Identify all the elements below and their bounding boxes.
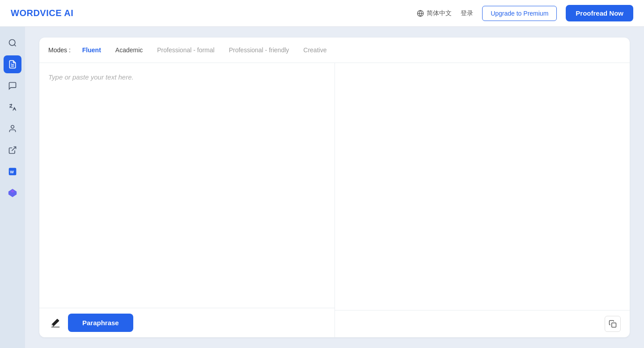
eraser-button[interactable]	[48, 316, 63, 330]
copy-button[interactable]	[605, 316, 621, 332]
login-link[interactable]: 登录	[461, 9, 473, 17]
copy-icon	[609, 320, 617, 328]
svg-rect-13	[612, 323, 616, 327]
output-area	[335, 63, 630, 310]
word-icon: W	[8, 167, 17, 176]
mode-tab-professional-formal[interactable]: Professional - formal	[151, 44, 220, 56]
eraser-icon	[51, 318, 60, 328]
logo-text: WORDVICE AI	[11, 8, 73, 18]
upgrade-button[interactable]: Upgrade to Premium	[482, 6, 557, 21]
sidebar-item-document[interactable]	[4, 55, 21, 73]
sidebar-item-chat[interactable]	[4, 77, 21, 95]
svg-point-6	[11, 126, 14, 129]
svg-text:W: W	[10, 170, 14, 174]
mode-tab-creative[interactable]: Creative	[297, 44, 333, 56]
svg-line-3	[14, 45, 16, 46]
bottom-toolbar-right	[335, 310, 630, 337]
svg-line-7	[12, 147, 16, 151]
document-icon	[8, 60, 17, 69]
editor-card: Modes : Fluent Academic Professional - f…	[39, 38, 630, 337]
modes-bar: Modes : Fluent Academic Professional - f…	[39, 38, 630, 63]
modes-label: Modes :	[48, 46, 71, 54]
language-label: 简体中文	[427, 9, 452, 17]
main-content: Modes : Fluent Academic Professional - f…	[25, 27, 644, 348]
sidebar-item-search[interactable]	[4, 34, 21, 52]
sidebar: W	[0, 27, 25, 348]
header-right: 简体中文 登录 Upgrade to Premium Proofread Now	[417, 5, 633, 21]
bottom-toolbar-left: Paraphrase	[39, 308, 335, 337]
editor-area: Paraphrase	[39, 63, 630, 337]
mode-tab-fluent[interactable]: Fluent	[76, 44, 107, 56]
translate-icon	[8, 103, 17, 112]
proofread-button[interactable]: Proofread Now	[566, 5, 633, 21]
diamond-icon	[8, 189, 17, 197]
globe-icon	[417, 10, 424, 17]
logo: WORDVICE AI	[11, 8, 73, 18]
sidebar-item-export[interactable]	[4, 141, 21, 159]
sidebar-item-profile[interactable]	[4, 120, 21, 138]
mode-tab-professional-friendly[interactable]: Professional - friendly	[223, 44, 296, 56]
export-icon	[8, 146, 17, 155]
app-layout: W Modes : Fluent Academic Professional -…	[0, 27, 644, 348]
profile-icon	[8, 124, 17, 133]
editor-right	[335, 63, 630, 337]
header: WORDVICE AI 简体中文 登录 Upgrade to Premium P…	[0, 0, 644, 27]
paraphrase-button[interactable]: Paraphrase	[68, 314, 133, 332]
sidebar-item-translate[interactable]	[4, 98, 21, 116]
svg-point-2	[9, 40, 15, 46]
sidebar-item-word[interactable]: W	[4, 163, 21, 180]
chat-icon	[8, 81, 17, 90]
text-input[interactable]	[39, 63, 335, 308]
search-icon	[8, 38, 17, 47]
sidebar-item-premium[interactable]	[4, 184, 21, 202]
mode-tab-academic[interactable]: Academic	[109, 44, 149, 56]
editor-left: Paraphrase	[39, 63, 335, 337]
bottom-left-controls: Paraphrase	[48, 314, 133, 332]
language-selector[interactable]: 简体中文	[417, 9, 452, 17]
